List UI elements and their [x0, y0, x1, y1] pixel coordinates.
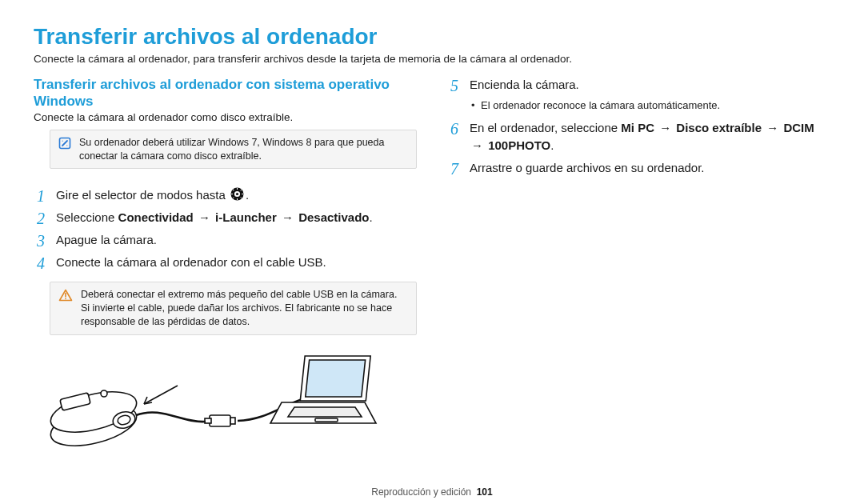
step-2: Seleccione Conectividad → i-Launcher → D…	[34, 209, 417, 226]
left-column: Transferir archivos al ordenador con sis…	[34, 76, 417, 456]
content-columns: Transferir archivos al ordenador con sis…	[34, 76, 830, 456]
step-7: Arrastre o guarde archivos en su ordenad…	[447, 159, 830, 177]
svg-rect-22	[205, 418, 211, 423]
warning-icon	[58, 289, 73, 306]
info-icon	[58, 137, 71, 154]
page-footer: Reproducción y edición 101	[0, 486, 864, 498]
section-title: Transferir archivos al ordenador con sis…	[34, 76, 417, 110]
step-6: En el ordenador, seleccione Mi PC → Disc…	[447, 119, 830, 154]
usb-illustration	[42, 350, 417, 456]
svg-point-2	[66, 145, 67, 146]
footer-page-number: 101	[477, 486, 493, 498]
steps-right: Encienda la cámara.	[447, 76, 830, 94]
svg-point-1	[62, 140, 63, 141]
steps-right-cont: En el ordenador, seleccione Mi PC → Disc…	[447, 119, 830, 176]
footer-section-label: Reproducción y edición	[371, 486, 471, 498]
page-title: Transferir archivos al ordenador	[34, 24, 830, 50]
svg-point-20	[101, 390, 107, 397]
step-5-sub: El ordenador reconoce la cámara automáti…	[471, 98, 830, 113]
intro-text: Conecte la cámara al ordenador, para tra…	[34, 53, 830, 65]
step-3: Apague la cámara.	[34, 231, 417, 249]
svg-line-25	[144, 386, 178, 404]
svg-point-13	[236, 193, 238, 195]
svg-rect-23	[230, 418, 235, 424]
step-1: Gire el selector de modos hasta .	[34, 186, 417, 204]
step-4: Conecte la cámara al ordenador con el ca…	[34, 254, 417, 271]
svg-rect-24	[315, 418, 338, 422]
right-column: Encienda la cámara. El ordenador reconoc…	[447, 76, 830, 456]
info-note-text: Su ordenador deberá utilizar Windows 7, …	[79, 136, 408, 163]
info-note-box: Su ordenador deberá utilizar Windows 7, …	[50, 130, 417, 170]
warning-note-box: Deberá conectar el extremo más pequeño d…	[50, 282, 417, 335]
svg-point-14	[65, 298, 66, 300]
step-5-sub-item: El ordenador reconoce la cámara automáti…	[471, 98, 830, 113]
steps-left: Gire el selector de modos hasta .	[34, 186, 417, 270]
mode-dial-icon	[230, 187, 244, 201]
section-subtitle: Conecte la cámara al ordenador como disc…	[34, 111, 417, 123]
svg-rect-21	[210, 415, 230, 426]
warning-note-text: Deberá conectar el extremo más pequeño d…	[81, 288, 408, 329]
step-5: Encienda la cámara.	[447, 76, 830, 94]
